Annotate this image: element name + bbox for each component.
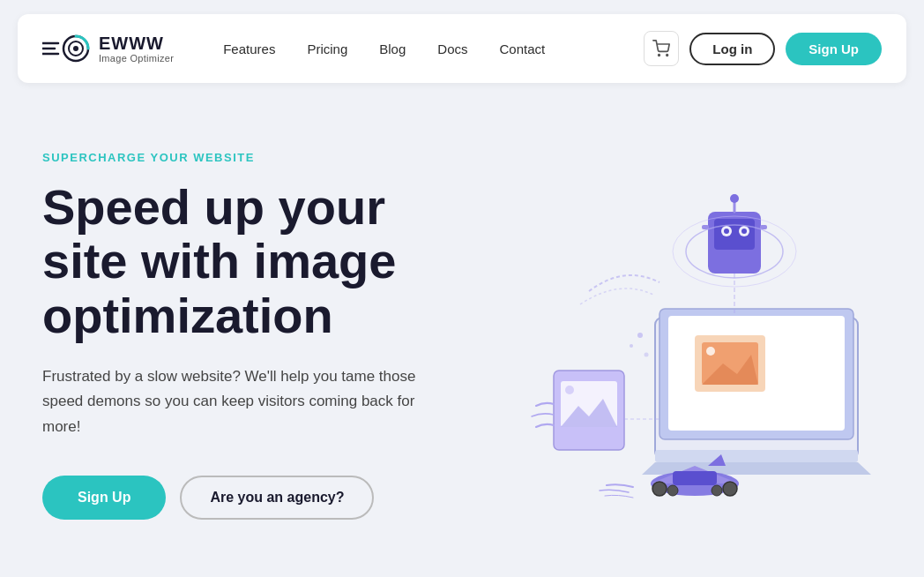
signup-nav-button[interactable]: Sign Up: [786, 33, 882, 65]
hero-illustration-svg: [483, 159, 889, 512]
nav-link-contact[interactable]: Contact: [499, 41, 545, 56]
hero-eyebrow: SUPERCHARGE YOUR WEBSITE: [42, 151, 483, 164]
logo-icon: [42, 31, 90, 66]
logo-subtitle: Image Optimizer: [99, 53, 174, 64]
agency-button[interactable]: Are you an agency?: [180, 476, 374, 520]
nav-links: Features Pricing Blog Docs Contact: [223, 41, 644, 56]
svg-point-37: [667, 485, 678, 496]
svg-point-14: [706, 347, 715, 356]
nav-link-blog[interactable]: Blog: [379, 41, 406, 56]
svg-point-21: [724, 229, 729, 234]
cart-icon[interactable]: [644, 31, 679, 66]
login-button[interactable]: Log in: [689, 33, 775, 65]
svg-point-7: [667, 55, 668, 56]
nav-actions: Log in Sign Up: [644, 31, 882, 66]
hero-section: SUPERCHARGE YOUR WEBSITE Speed up your s…: [0, 97, 924, 556]
hero-content: SUPERCHARGE YOUR WEBSITE Speed up your s…: [42, 151, 483, 520]
navbar: EWWW Image Optimizer Features Pricing Bl…: [18, 14, 906, 83]
logo-text: EWWW Image Optimizer: [99, 34, 174, 64]
svg-point-5: [73, 46, 78, 51]
svg-point-35: [652, 482, 667, 496]
logo: EWWW Image Optimizer: [42, 31, 174, 66]
nav-link-pricing[interactable]: Pricing: [307, 41, 347, 56]
svg-point-24: [730, 194, 739, 203]
svg-point-22: [741, 229, 747, 234]
svg-point-38: [712, 485, 722, 496]
svg-point-41: [637, 333, 643, 338]
svg-point-32: [565, 386, 574, 394]
signup-hero-button[interactable]: Sign Up: [42, 476, 166, 520]
svg-rect-39: [673, 471, 717, 485]
hero-illustration: [483, 132, 889, 538]
nav-link-features[interactable]: Features: [223, 41, 275, 56]
hero-buttons: Sign Up Are you an agency?: [42, 476, 483, 520]
svg-rect-15: [655, 450, 858, 462]
svg-point-43: [645, 353, 649, 357]
logo-title: EWWW: [99, 34, 174, 53]
svg-point-42: [630, 344, 633, 348]
svg-point-36: [723, 482, 737, 496]
svg-rect-18: [714, 219, 755, 250]
svg-point-6: [659, 55, 660, 56]
nav-link-docs[interactable]: Docs: [437, 41, 467, 56]
hero-description: Frustrated by a slow website? We'll help…: [42, 364, 448, 441]
hero-title: Speed up your site with image optimizati…: [42, 180, 483, 343]
